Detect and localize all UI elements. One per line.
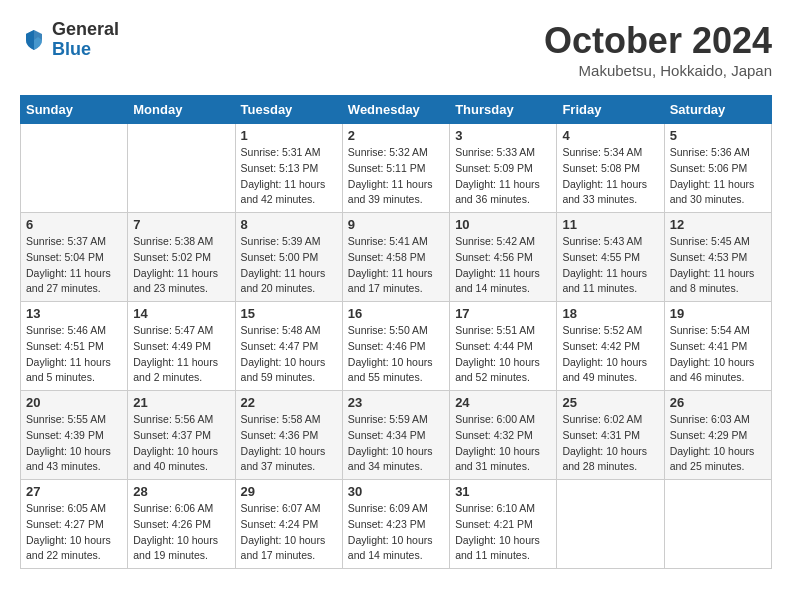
logo-general: General	[52, 20, 119, 40]
column-header-thursday: Thursday	[450, 96, 557, 124]
day-info: Sunrise: 5:47 AMSunset: 4:49 PMDaylight:…	[133, 323, 229, 386]
day-info: Sunrise: 5:36 AMSunset: 5:06 PMDaylight:…	[670, 145, 766, 208]
week-row-3: 13Sunrise: 5:46 AMSunset: 4:51 PMDayligh…	[21, 302, 772, 391]
day-number: 21	[133, 395, 229, 410]
day-cell: 8Sunrise: 5:39 AMSunset: 5:00 PMDaylight…	[235, 213, 342, 302]
day-cell	[21, 124, 128, 213]
day-cell: 26Sunrise: 6:03 AMSunset: 4:29 PMDayligh…	[664, 391, 771, 480]
day-number: 14	[133, 306, 229, 321]
day-cell: 22Sunrise: 5:58 AMSunset: 4:36 PMDayligh…	[235, 391, 342, 480]
day-number: 17	[455, 306, 551, 321]
day-cell: 17Sunrise: 5:51 AMSunset: 4:44 PMDayligh…	[450, 302, 557, 391]
day-number: 10	[455, 217, 551, 232]
day-cell: 7Sunrise: 5:38 AMSunset: 5:02 PMDaylight…	[128, 213, 235, 302]
week-row-2: 6Sunrise: 5:37 AMSunset: 5:04 PMDaylight…	[21, 213, 772, 302]
month-title: October 2024	[544, 20, 772, 62]
day-cell: 31Sunrise: 6:10 AMSunset: 4:21 PMDayligh…	[450, 480, 557, 569]
day-cell: 28Sunrise: 6:06 AMSunset: 4:26 PMDayligh…	[128, 480, 235, 569]
day-number: 24	[455, 395, 551, 410]
day-info: Sunrise: 6:00 AMSunset: 4:32 PMDaylight:…	[455, 412, 551, 475]
day-cell	[664, 480, 771, 569]
day-number: 11	[562, 217, 658, 232]
day-info: Sunrise: 5:56 AMSunset: 4:37 PMDaylight:…	[133, 412, 229, 475]
day-info: Sunrise: 5:51 AMSunset: 4:44 PMDaylight:…	[455, 323, 551, 386]
day-info: Sunrise: 6:03 AMSunset: 4:29 PMDaylight:…	[670, 412, 766, 475]
day-number: 6	[26, 217, 122, 232]
day-info: Sunrise: 5:34 AMSunset: 5:08 PMDaylight:…	[562, 145, 658, 208]
day-info: Sunrise: 5:54 AMSunset: 4:41 PMDaylight:…	[670, 323, 766, 386]
day-cell: 10Sunrise: 5:42 AMSunset: 4:56 PMDayligh…	[450, 213, 557, 302]
day-number: 28	[133, 484, 229, 499]
day-info: Sunrise: 5:32 AMSunset: 5:11 PMDaylight:…	[348, 145, 444, 208]
day-number: 16	[348, 306, 444, 321]
day-info: Sunrise: 5:31 AMSunset: 5:13 PMDaylight:…	[241, 145, 337, 208]
day-number: 30	[348, 484, 444, 499]
week-row-4: 20Sunrise: 5:55 AMSunset: 4:39 PMDayligh…	[21, 391, 772, 480]
location: Makubetsu, Hokkaido, Japan	[544, 62, 772, 79]
day-cell: 29Sunrise: 6:07 AMSunset: 4:24 PMDayligh…	[235, 480, 342, 569]
day-number: 4	[562, 128, 658, 143]
column-header-sunday: Sunday	[21, 96, 128, 124]
day-info: Sunrise: 5:46 AMSunset: 4:51 PMDaylight:…	[26, 323, 122, 386]
column-header-wednesday: Wednesday	[342, 96, 449, 124]
day-number: 12	[670, 217, 766, 232]
calendar-table: SundayMondayTuesdayWednesdayThursdayFrid…	[20, 95, 772, 569]
day-number: 18	[562, 306, 658, 321]
day-cell: 12Sunrise: 5:45 AMSunset: 4:53 PMDayligh…	[664, 213, 771, 302]
day-cell: 18Sunrise: 5:52 AMSunset: 4:42 PMDayligh…	[557, 302, 664, 391]
day-cell: 6Sunrise: 5:37 AMSunset: 5:04 PMDaylight…	[21, 213, 128, 302]
day-number: 19	[670, 306, 766, 321]
day-cell: 20Sunrise: 5:55 AMSunset: 4:39 PMDayligh…	[21, 391, 128, 480]
day-number: 8	[241, 217, 337, 232]
day-cell: 21Sunrise: 5:56 AMSunset: 4:37 PMDayligh…	[128, 391, 235, 480]
day-info: Sunrise: 5:59 AMSunset: 4:34 PMDaylight:…	[348, 412, 444, 475]
page-header: General Blue October 2024 Makubetsu, Hok…	[20, 20, 772, 79]
day-number: 27	[26, 484, 122, 499]
day-info: Sunrise: 5:55 AMSunset: 4:39 PMDaylight:…	[26, 412, 122, 475]
day-cell: 30Sunrise: 6:09 AMSunset: 4:23 PMDayligh…	[342, 480, 449, 569]
day-cell: 3Sunrise: 5:33 AMSunset: 5:09 PMDaylight…	[450, 124, 557, 213]
day-info: Sunrise: 5:58 AMSunset: 4:36 PMDaylight:…	[241, 412, 337, 475]
day-cell: 13Sunrise: 5:46 AMSunset: 4:51 PMDayligh…	[21, 302, 128, 391]
day-cell: 24Sunrise: 6:00 AMSunset: 4:32 PMDayligh…	[450, 391, 557, 480]
day-cell: 23Sunrise: 5:59 AMSunset: 4:34 PMDayligh…	[342, 391, 449, 480]
header-row: SundayMondayTuesdayWednesdayThursdayFrid…	[21, 96, 772, 124]
day-info: Sunrise: 6:05 AMSunset: 4:27 PMDaylight:…	[26, 501, 122, 564]
day-info: Sunrise: 6:07 AMSunset: 4:24 PMDaylight:…	[241, 501, 337, 564]
day-number: 2	[348, 128, 444, 143]
day-number: 5	[670, 128, 766, 143]
day-cell: 1Sunrise: 5:31 AMSunset: 5:13 PMDaylight…	[235, 124, 342, 213]
day-info: Sunrise: 5:48 AMSunset: 4:47 PMDaylight:…	[241, 323, 337, 386]
day-cell: 27Sunrise: 6:05 AMSunset: 4:27 PMDayligh…	[21, 480, 128, 569]
day-number: 9	[348, 217, 444, 232]
day-info: Sunrise: 5:41 AMSunset: 4:58 PMDaylight:…	[348, 234, 444, 297]
day-info: Sunrise: 5:37 AMSunset: 5:04 PMDaylight:…	[26, 234, 122, 297]
day-info: Sunrise: 5:42 AMSunset: 4:56 PMDaylight:…	[455, 234, 551, 297]
day-number: 29	[241, 484, 337, 499]
day-info: Sunrise: 5:38 AMSunset: 5:02 PMDaylight:…	[133, 234, 229, 297]
day-info: Sunrise: 6:09 AMSunset: 4:23 PMDaylight:…	[348, 501, 444, 564]
day-cell: 16Sunrise: 5:50 AMSunset: 4:46 PMDayligh…	[342, 302, 449, 391]
day-number: 22	[241, 395, 337, 410]
day-number: 26	[670, 395, 766, 410]
week-row-1: 1Sunrise: 5:31 AMSunset: 5:13 PMDaylight…	[21, 124, 772, 213]
day-cell: 9Sunrise: 5:41 AMSunset: 4:58 PMDaylight…	[342, 213, 449, 302]
column-header-monday: Monday	[128, 96, 235, 124]
week-row-5: 27Sunrise: 6:05 AMSunset: 4:27 PMDayligh…	[21, 480, 772, 569]
day-info: Sunrise: 5:52 AMSunset: 4:42 PMDaylight:…	[562, 323, 658, 386]
day-info: Sunrise: 5:39 AMSunset: 5:00 PMDaylight:…	[241, 234, 337, 297]
logo-icon	[20, 26, 48, 54]
day-info: Sunrise: 5:50 AMSunset: 4:46 PMDaylight:…	[348, 323, 444, 386]
day-cell: 15Sunrise: 5:48 AMSunset: 4:47 PMDayligh…	[235, 302, 342, 391]
day-cell: 11Sunrise: 5:43 AMSunset: 4:55 PMDayligh…	[557, 213, 664, 302]
title-block: October 2024 Makubetsu, Hokkaido, Japan	[544, 20, 772, 79]
day-number: 3	[455, 128, 551, 143]
day-cell	[557, 480, 664, 569]
day-number: 25	[562, 395, 658, 410]
day-info: Sunrise: 6:06 AMSunset: 4:26 PMDaylight:…	[133, 501, 229, 564]
day-number: 1	[241, 128, 337, 143]
day-number: 20	[26, 395, 122, 410]
day-cell: 4Sunrise: 5:34 AMSunset: 5:08 PMDaylight…	[557, 124, 664, 213]
day-info: Sunrise: 5:43 AMSunset: 4:55 PMDaylight:…	[562, 234, 658, 297]
logo: General Blue	[20, 20, 119, 60]
